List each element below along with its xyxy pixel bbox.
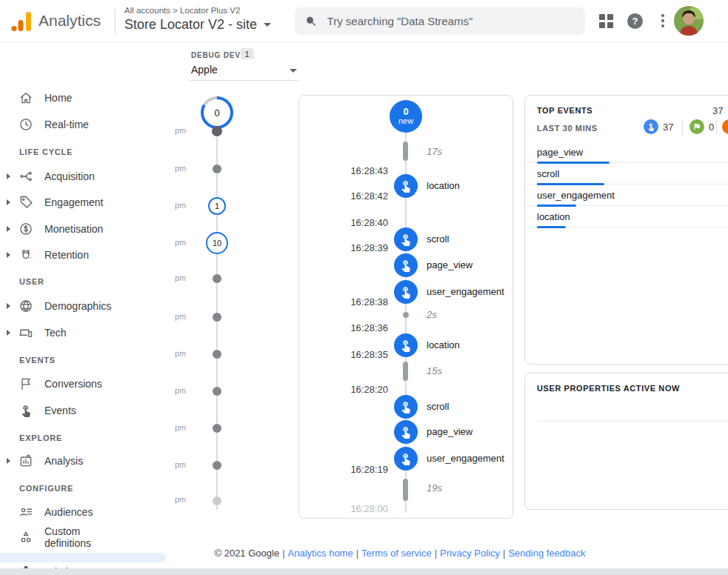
minute-bubble-current[interactable]: 0	[201, 96, 233, 129]
minute-label: pm	[175, 349, 186, 358]
expand-arrow-icon[interactable]	[7, 458, 10, 464]
minute-marker-dot[interactable]	[213, 274, 221, 283]
footer-link-feedback[interactable]: Sending feedback	[508, 548, 585, 559]
stream-gap-marker	[403, 142, 408, 161]
avatar[interactable]	[674, 6, 704, 36]
top-event-row[interactable]: page_view	[525, 142, 728, 163]
analysis-chart-icon	[18, 453, 34, 469]
touch-event-icon	[394, 395, 418, 419]
expand-arrow-icon[interactable]	[7, 252, 10, 258]
footer-link-terms[interactable]: Terms of service	[361, 548, 432, 559]
top-event-row[interactable]: location	[525, 206, 728, 227]
sidebar-item-demographics[interactable]: Demographics	[0, 296, 185, 316]
top-event-row[interactable]: scroll	[525, 163, 728, 185]
minute-label: pm	[175, 386, 186, 395]
ga-debugview-app: Analytics All accounts > Locator Plus V2…	[0, 0, 728, 575]
expand-arrow-icon[interactable]	[7, 173, 10, 179]
sidebar-section-events: EVENTS	[19, 356, 56, 365]
chevron-down-icon	[290, 69, 297, 73]
minute-marker-dot[interactable]	[213, 313, 221, 322]
minute-label: pm	[175, 201, 186, 210]
minute-marker-dot[interactable]	[213, 164, 221, 173]
sidebar-item-retention[interactable]: Retention	[0, 245, 185, 265]
globe-icon	[18, 298, 34, 314]
stream-event[interactable]: user_engagement	[427, 286, 504, 297]
stream-event[interactable]: scroll	[427, 233, 449, 245]
sidebar-item-events[interactable]: Events	[0, 401, 185, 420]
expand-arrow-icon[interactable]	[7, 303, 10, 309]
top-events-range: LAST 30 MINS	[537, 124, 598, 133]
minute-marker-dot[interactable]	[213, 387, 221, 396]
touch-event-icon	[394, 280, 418, 304]
sidebar-item-analysis[interactable]: Analysis	[0, 451, 185, 471]
sidebar-item-realtime[interactable]: Real-time	[0, 115, 185, 134]
copyright: © 2021 Google	[214, 548, 279, 559]
stream-gap-label: 15s	[427, 365, 442, 376]
top-event-row[interactable]: user_engagement	[525, 185, 728, 206]
stream-timestamp: 16:28:35	[320, 349, 388, 360]
events-counter-value: 37	[663, 122, 673, 133]
stream-timestamp: 16:28:42	[320, 190, 388, 202]
sidebar-item-tech[interactable]: Tech	[0, 323, 185, 342]
footer-link-analytics-home[interactable]: Analytics home	[288, 548, 353, 559]
conversions-counter-icon[interactable]	[689, 119, 704, 134]
errors-counter-icon[interactable]	[722, 119, 728, 134]
sidebar-section-configure: CONFIGURE	[19, 484, 73, 493]
debug-device-select[interactable]: Apple	[190, 62, 298, 81]
expand-arrow-icon[interactable]	[7, 226, 10, 232]
minute-marker-dot[interactable]	[213, 461, 221, 470]
sidebar-item-custom-definitions[interactable]: Custom definitions	[0, 522, 185, 552]
property-selector[interactable]: Store Locator V2 - site	[124, 17, 271, 33]
minute-marker-dot[interactable]	[213, 496, 221, 505]
help-icon[interactable]: ?	[627, 13, 643, 29]
minute-marker-pin[interactable]	[212, 126, 222, 136]
stream-event[interactable]: scroll	[427, 401, 449, 412]
flag-icon	[18, 376, 34, 392]
minute-label: pm	[175, 495, 186, 504]
stream-event[interactable]: location	[427, 180, 460, 191]
stream-new-events-bubble: 0 new	[390, 100, 422, 133]
expand-arrow-icon[interactable]	[7, 199, 10, 205]
minute-marker-dot[interactable]	[213, 350, 221, 359]
stream-event[interactable]: page_view	[427, 426, 472, 437]
breadcrumb[interactable]: All accounts > Locator Plus V2	[124, 6, 240, 15]
more-options-icon[interactable]	[661, 14, 664, 27]
stream-event[interactable]: location	[427, 339, 460, 350]
stream-event[interactable]: page_view	[427, 259, 472, 270]
magnet-icon	[18, 247, 34, 263]
shapes-icon	[18, 529, 34, 545]
stream-event[interactable]: user_engagement	[427, 453, 504, 464]
stream-timestamp: 16:28:38	[320, 296, 388, 308]
minute-marker-circle[interactable]: 10	[206, 232, 228, 254]
sidebar-item-acquisition[interactable]: Acquisition	[0, 167, 185, 186]
stream-timestamp: 16:28:39	[320, 242, 388, 253]
apps-grid-icon[interactable]	[599, 14, 613, 28]
minute-marker-circle[interactable]: 1	[208, 197, 226, 215]
footer-link-privacy[interactable]: Privacy Policy	[440, 548, 500, 559]
touch-icon	[18, 402, 34, 419]
event-count-bar	[537, 226, 566, 228]
events-counter-icon[interactable]	[644, 119, 658, 134]
expand-arrow-icon[interactable]	[7, 330, 10, 336]
minute-label: pm	[175, 312, 186, 321]
minute-marker-dot[interactable]	[213, 424, 221, 433]
sidebar-item-audiences[interactable]: Audiences	[0, 502, 185, 522]
sidebar-section-lifecycle: LIFE CYCLE	[19, 147, 73, 156]
search-bar[interactable]	[295, 7, 585, 35]
sidebar-item-debugview-highlight[interactable]	[0, 553, 166, 562]
minute-label: pm	[175, 273, 186, 282]
sidebar-item-engagement[interactable]: Engagement	[0, 193, 185, 212]
top-events-card: TOP EVENTS 37 LAST 30 MINS 37 0 page_vie…	[524, 95, 728, 365]
brand-name: Analytics	[39, 12, 101, 30]
touch-event-icon	[394, 447, 418, 471]
sidebar-item-monetisation[interactable]: Monetisation	[0, 219, 185, 239]
top-events-total: 37	[712, 105, 723, 116]
sidebar-item-conversions[interactable]: Conversions	[0, 374, 185, 393]
minute-label: pm	[175, 423, 186, 432]
sidebar-item-home[interactable]: Home	[0, 88, 185, 107]
analytics-logo-icon[interactable]	[10, 10, 34, 33]
search-input[interactable]	[327, 15, 575, 27]
minute-label: pm	[175, 164, 186, 173]
user-properties-divider	[537, 421, 728, 422]
touch-event-icon	[394, 253, 418, 277]
